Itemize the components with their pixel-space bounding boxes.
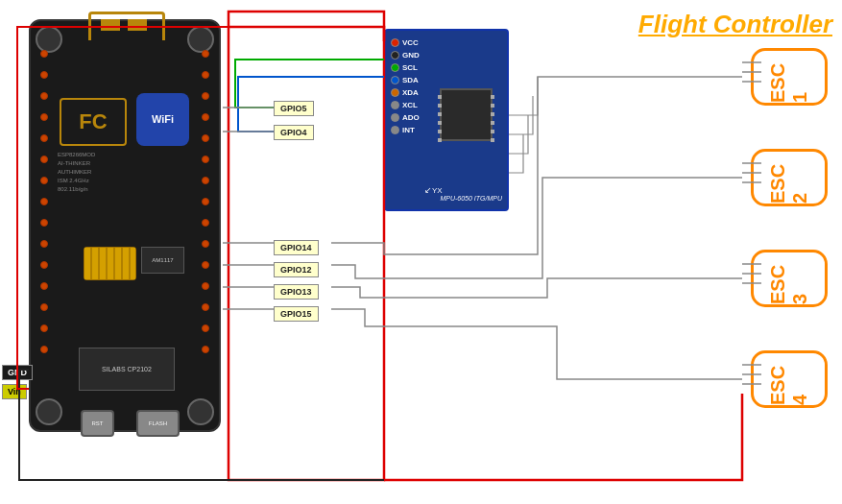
pin-right-2	[202, 71, 209, 79]
chip-pin-l4	[438, 121, 442, 125]
mpu-pin-dot-ado	[391, 113, 399, 122]
esc1-box: ESC 1	[751, 48, 828, 106]
right-pins	[202, 50, 209, 367]
board-info: ESP8266MOD AI-THINKER AUTHIMKER ISM 2.4G…	[58, 151, 95, 194]
left-pins	[40, 50, 48, 367]
flash-label: FLASH	[149, 420, 167, 426]
mpu-pin-dot-vcc	[391, 38, 399, 47]
esc1-label: ESC 1	[767, 51, 811, 103]
wifi-logo: WiFi	[136, 93, 189, 146]
mpu6050-board: VCC GND SCL SDA XDA XCL	[384, 29, 509, 211]
esp8266-board: FC WiFi ESP8266MOD AI-THINKER AUTHIMKER …	[29, 19, 221, 432]
mpu-pin-sda: SDA	[391, 76, 420, 84]
esp-protocol: 802.11b/g/n	[58, 185, 95, 194]
pin-right-13	[202, 303, 209, 311]
mpu-pin-vcc: VCC	[391, 38, 420, 47]
mpu-pin-dot-xcl	[391, 101, 399, 109]
gpio4-label: GPIO4	[274, 125, 314, 140]
mpu-pin-dot-gnd	[391, 51, 399, 60]
mpu-pin-label-ado: ADO	[402, 113, 420, 122]
mpu-pin-label-int: INT	[402, 126, 415, 134]
mpu-pins: VCC GND SCL SDA XDA XCL	[391, 38, 420, 134]
cp2102-label: SILABS CP2102	[102, 365, 152, 374]
gpio12-label: GPIO12	[274, 262, 319, 277]
pin-left-13	[40, 303, 48, 311]
gpio15-label: GPIO15	[274, 306, 319, 322]
esc3-box: ESC 3	[751, 250, 828, 307]
fcc-text: FC	[79, 109, 107, 134]
mpu-pin-label-sda: SDA	[402, 76, 419, 84]
esc4-label: ESC 4	[767, 353, 811, 405]
mpu-pin-label-scl: SCL	[402, 63, 418, 72]
pin-right-8	[202, 198, 209, 205]
yellow-component	[84, 247, 136, 280]
esp-model: ESP8266MOD	[58, 151, 95, 159]
gpio13-label: GPIO13	[274, 284, 319, 300]
chip-pins-right	[491, 95, 494, 142]
mpu-pin-dot-scl	[391, 63, 399, 72]
chip-pin-r2	[491, 104, 494, 108]
mpu-axis: ↙YX	[424, 185, 443, 195]
pin-left-9	[40, 219, 48, 227]
mpu-pin-dot-sda	[391, 76, 399, 84]
mpu-pin-label-xcl: XCL	[402, 101, 418, 109]
pin-left-11	[40, 261, 48, 269]
pin-left-6	[40, 156, 48, 163]
esp-ism: ISM 2.4GHz	[58, 177, 95, 185]
pin-right-15	[202, 346, 209, 353]
vin-label: Vin	[2, 384, 27, 399]
pin-right-3	[202, 92, 209, 100]
pin-right-12	[202, 282, 209, 290]
antenna-segment-1	[101, 19, 120, 31]
rst-button[interactable]: RST	[81, 410, 114, 437]
pin-left-12	[40, 282, 48, 290]
esc4-box: ESC 4	[751, 350, 828, 408]
esp-vendor: AI-THINKER	[58, 159, 95, 168]
chip-pin-r4	[491, 121, 494, 125]
corner-circle-tr	[187, 26, 214, 53]
corner-circle-tl	[36, 26, 62, 53]
mpu-pin-dot-xda	[391, 88, 399, 97]
esc2-label: ESC 2	[767, 152, 811, 204]
mpu-board-label: MPU-6050 ITG/MPU	[440, 195, 502, 202]
pin-right-7	[202, 177, 209, 184]
mpu-pin-int: INT	[391, 126, 420, 134]
antenna-segment-2	[128, 19, 147, 31]
pin-left-4	[40, 113, 48, 121]
gpio14-label: GPIO14	[274, 240, 319, 255]
pin-left-2	[40, 71, 48, 79]
pin-right-4	[202, 113, 209, 121]
fcc-logo: FC	[60, 98, 127, 146]
mpu-pin-ado: ADO	[391, 113, 420, 122]
mpu-pin-label-gnd: GND	[402, 51, 420, 60]
pin-right-14	[202, 324, 209, 332]
pin-left-15	[40, 346, 48, 353]
chip-pins-left	[438, 95, 442, 142]
chip-pin-r1	[491, 95, 494, 99]
pin-left-8	[40, 198, 48, 205]
pin-left-10	[40, 240, 48, 248]
mpu-pin-label-vcc: VCC	[402, 38, 419, 47]
mpu-pin-scl: SCL	[391, 63, 420, 72]
mpu-pin-dot-int	[391, 126, 399, 134]
chip-pin-l2	[438, 104, 442, 108]
diagram-container: Flight Controller	[0, 0, 842, 504]
mpu-pin-xcl: XCL	[391, 101, 420, 109]
mpu-pin-xda: XDA	[391, 88, 420, 97]
mpu-pin-label-xda: XDA	[402, 88, 419, 97]
am1117-label: AM1117	[152, 257, 173, 263]
pin-right-1	[202, 50, 209, 58]
mpu-pin-gnd: GND	[391, 51, 420, 60]
chip-pin-l1	[438, 95, 442, 99]
chip-pin-l5	[438, 130, 442, 133]
esp-auth: AUTHIMKER	[58, 168, 95, 177]
chip-pin-l6	[438, 138, 442, 142]
pin-right-11	[202, 261, 209, 269]
am1117-chip: AM1117	[141, 247, 184, 274]
gpio5-label: GPIO5	[274, 101, 314, 116]
pin-right-9	[202, 219, 209, 227]
pin-left-3	[40, 92, 48, 100]
flash-button[interactable]: FLASH	[136, 410, 180, 437]
cp2102-chip: SILABS CP2102	[79, 348, 175, 391]
pin-left-5	[40, 134, 48, 142]
